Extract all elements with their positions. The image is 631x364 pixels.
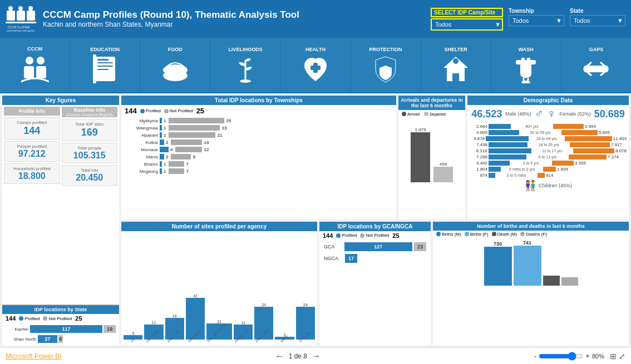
idp-dropdown-group: SELECT IDP Camp/Site Todos ▼ (431, 8, 503, 31)
township-row-myitkyina: Myitkyina 1 25 (125, 118, 393, 123)
demographic-panel: Demographic Data 46.523 Male (48%) ♂ ♀ F… (467, 96, 629, 220)
total-hh: Total HH 20.450 (62, 165, 118, 186)
townships-header: Total IDP locations by Townships (121, 96, 396, 105)
svg-rect-29 (521, 58, 525, 61)
page-prev-arrow[interactable]: ← (275, 351, 284, 361)
svg-point-31 (521, 81, 530, 83)
nav-item-livelihoods[interactable]: LIVELIHOODS (210, 38, 280, 92)
agency-bar-shalom: 24 SHALOM (296, 303, 315, 344)
nav-bar: CCCM EDUCATION FOOD LIVELI (0, 38, 631, 93)
agency-bar-kbc-bmc: 11 KBC_BMC (144, 321, 163, 344)
idp-by-state-header: IDP locations by State (2, 305, 119, 314)
fit-window-icon[interactable]: ⊞ (610, 352, 617, 361)
nav-item-cccm[interactable]: CCCM (0, 38, 70, 92)
state-dropdown[interactable]: Todos (570, 15, 625, 26)
svg-rect-30 (527, 58, 530, 61)
demo-row-0mths: 874 0 to 5 mths 914 (470, 173, 627, 178)
wash-icon (511, 54, 540, 83)
powerbi-link[interactable]: Microsoft Power BI (6, 352, 62, 360)
zoom-minus[interactable]: - (534, 352, 536, 360)
nav-label-education: EDUCATION (90, 47, 120, 52)
svg-rect-6 (6, 22, 36, 23)
township-row-mansi: Mansi 2 9 (125, 154, 393, 159)
demo-row-6mths: 1.804 6 mths to 2 yrs 1.839 (470, 167, 627, 172)
state-bar-kachin: Kachin 117 19 (6, 325, 116, 333)
nav-item-shelter[interactable]: SHELTER (421, 38, 491, 92)
idp-dropdown[interactable]: Todos (431, 18, 503, 31)
arrivals-chart: 1.479 459 (398, 118, 465, 185)
township-row-waingmaw: Waingmaw 1 23 (125, 125, 393, 131)
shelter-icon (441, 54, 470, 83)
main-content: Key figures Profile Info Camps profiled … (0, 93, 631, 347)
key-figures-panel: Key figures Profile Info Camps profiled … (2, 96, 119, 345)
townships-chart: Myitkyina 1 25 Waingmaw 1 23 Hpa (121, 117, 396, 220)
svg-rect-17 (97, 69, 109, 70)
nav-item-health[interactable]: HEALTH (280, 38, 351, 92)
demo-row-60: 2.664 60+ yrs 3.994 (470, 124, 627, 129)
baseline-info-label: Baseline Info (Cluster Analysis Report) (62, 107, 118, 117)
cccm-logo-icon: CCCM CLUSTER SUPPORTING DISPLACED (6, 5, 36, 33)
svg-point-10 (37, 57, 45, 64)
state-dropdown-wrapper[interactable]: Todos ▼ (570, 15, 625, 26)
svg-point-4 (18, 6, 23, 11)
births-panel: Number of births and deaths in last 6 mo… (433, 222, 629, 346)
svg-rect-28 (516, 60, 536, 64)
svg-text:SUPPORTING DISPLACED: SUPPORTING DISPLACED (7, 29, 34, 32)
township-row-kutkai: Kutkai 2 14 (125, 139, 393, 145)
nav-item-food[interactable]: FOOD (140, 38, 210, 92)
gca-bars: GCA 127 23 NGCA 17 (319, 240, 431, 265)
page-subtitle: Kachin and northern Shan States, Myanmar (43, 21, 431, 28)
people-profiled: People profiled 97.212 (4, 141, 60, 162)
svg-text:CCCM CLUSTER: CCCM CLUSTER (8, 26, 30, 29)
page-next-arrow[interactable]: → (312, 351, 321, 361)
state-bar-shan: Shan North 27 6 (6, 335, 116, 343)
idp-dropdown-wrapper[interactable]: Todos ▼ (431, 18, 503, 31)
total-people: Total people 105.315 (62, 143, 118, 163)
demographic-header: Demographic Data (467, 96, 629, 105)
page-title: CCCM Camp Profiles (Round 10), Thematic … (43, 9, 431, 21)
township-dropdown-wrapper[interactable]: Todos ▼ (509, 15, 564, 26)
expand-icon[interactable]: ⤢ (619, 352, 625, 361)
idp-by-state-panel: IDP locations by State 144 Profiled Not … (2, 304, 119, 345)
arrivals-panel: Arrivals and departures in the last 6 mo… (398, 96, 465, 220)
svg-rect-18 (93, 54, 96, 83)
food-icon (161, 54, 190, 83)
agency-bar-kbc-mkn: 41 KBC_MKN (186, 294, 205, 344)
header-titles: CCCM Camp Profiles (Round 10), Thematic … (43, 9, 431, 28)
agency-header: Number of sites profiled per agency (121, 222, 317, 231)
page-number: 1 de 8 (289, 352, 307, 360)
nav-item-gaps[interactable]: GAPS (561, 38, 631, 92)
zoom-plus[interactable]: + (585, 352, 590, 360)
livelihoods-icon (231, 54, 260, 83)
nav-item-wash[interactable]: WASH (491, 38, 561, 92)
demo-row-6: 7.298 6 to 11 yrs 7.274 (470, 154, 627, 159)
townships-panel: Total IDP locations by Townships 144 Pro… (121, 96, 396, 220)
nav-item-education[interactable]: EDUCATION (70, 38, 140, 92)
township-dropdown[interactable]: Todos (509, 15, 564, 26)
gca-bar-gca: GCA 127 23 (324, 242, 426, 251)
demo-row-50: 4.809 50 to 59 yrs 5.835 (470, 130, 627, 135)
nav-label-health: HEALTH (305, 47, 326, 52)
center-area: Total IDP locations by Townships 144 Pro… (121, 96, 629, 345)
svg-rect-2 (27, 11, 35, 21)
nav-label-food: FOOD (168, 47, 183, 52)
zoom-level: 80% (592, 353, 604, 360)
township-row-mogaung: Mogaung 1 7 (125, 168, 393, 174)
education-icon (92, 54, 119, 83)
header-dropdowns: SELECT IDP Camp/Site Todos ▼ Township To… (431, 8, 625, 31)
bottom-bar: Microsoft Power BI ← 1 de 8 → - + 80% ⊞ … (0, 347, 631, 364)
township-row-hpakant: Hpakant 1 21 (125, 132, 393, 138)
nav-label-wash: WASH (519, 47, 534, 52)
births-chart: 730 741 (433, 238, 629, 288)
gaps-icon (581, 54, 610, 83)
header: CCCM CLUSTER SUPPORTING DISPLACED CCCM C… (0, 0, 631, 38)
agency-bar-irc: 3 IRC (124, 331, 142, 344)
agency-bar-merlin: 2 Merlin (275, 333, 294, 344)
zoom-slider[interactable] (539, 352, 583, 361)
state-label: State (570, 8, 625, 14)
svg-rect-26 (452, 73, 459, 81)
nav-label-cccm: CCCM (27, 46, 42, 52)
demo-row-18: 7.438 18 to 25 yrs 7.817 (470, 142, 627, 147)
children-label: 👫 Children (45%) (470, 179, 627, 192)
nav-item-protection[interactable]: PROTECTION (351, 38, 421, 92)
